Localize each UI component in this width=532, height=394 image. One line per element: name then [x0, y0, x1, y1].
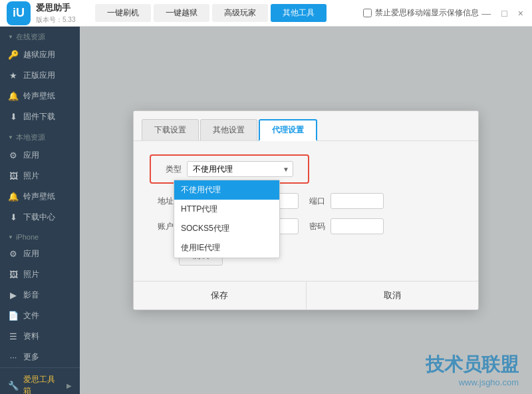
app-version: 版本号：5.33 — [36, 15, 75, 25]
toolbox-item[interactable]: 🔧 爱思工具箱 ▶ — [0, 368, 80, 394]
sidebar-item-ringtones-online[interactable]: 🔔 铃声壁纸 — [0, 86, 80, 106]
dropdown-option-no-proxy[interactable]: 不使用代理 — [174, 180, 279, 200]
port-label: 端口 — [309, 196, 325, 207]
sidebar-item-label: 铃声壁纸 — [23, 191, 55, 202]
dropdown-option-http[interactable]: HTTP代理 — [174, 200, 279, 219]
local-ringtones-icon: 🔔 — [8, 192, 19, 202]
sidebar-item-label: 应用 — [23, 248, 39, 260]
sidebar-bottom: 🔧 爱思工具箱 ▶ — [0, 367, 80, 394]
address-label: 地址 — [150, 196, 174, 207]
nav-btn-jailbreak[interactable]: 一键越狱 — [154, 4, 209, 22]
sidebar-section-online: 在线资源 — [0, 27, 80, 45]
sidebar-item-iphone-data[interactable]: ☰ 资料 — [0, 326, 80, 347]
modal-body: 类型 不使用代理 HTTP代理 SOCKS5代理 使用IE代理 ▼ — [134, 141, 478, 281]
no-repair-info-label: 禁止爱思移动端显示保修信息 — [375, 7, 479, 19]
type-form-row: 类型 不使用代理 HTTP代理 SOCKS5代理 使用IE代理 ▼ — [158, 161, 301, 177]
proxy-type-select[interactable]: 不使用代理 HTTP代理 SOCKS5代理 使用IE代理 — [187, 161, 293, 177]
sidebar-item-label: 正版应用 — [23, 70, 55, 81]
settings-modal: 下载设置 其他设置 代理设置 类型 不使用代理 HTTP代理 — [133, 110, 479, 310]
sidebar-item-label: 照片 — [23, 269, 39, 280]
ringtones-online-icon: 🔔 — [8, 91, 19, 102]
window-controls: — □ × — [478, 7, 527, 20]
sidebar-item-label: 文件 — [23, 310, 39, 321]
sidebar-item-iphone-media[interactable]: ▶ 影音 — [0, 285, 80, 305]
dropdown-option-ie[interactable]: 使用IE代理 — [174, 238, 279, 258]
tab-proxy-settings[interactable]: 代理设置 — [259, 119, 317, 141]
sidebar-item-label: 应用 — [23, 150, 39, 161]
app-logo: iU — [7, 1, 31, 25]
sidebar-item-download-center[interactable]: ⬇ 下载中心 — [0, 207, 80, 228]
close-btn[interactable]: × — [515, 7, 527, 20]
sidebar-item-iphone-apps[interactable]: ⚙ 应用 — [0, 244, 80, 264]
local-photos-icon: 🖼 — [8, 171, 19, 182]
nav-btn-tools[interactable]: 其他工具 — [271, 4, 327, 22]
iphone-apps-icon: ⚙ — [8, 249, 19, 260]
sidebar-item-iphone-photos[interactable]: 🖼 照片 — [0, 264, 80, 285]
iphone-more-icon: ··· — [8, 352, 19, 363]
iphone-data-icon: ☰ — [8, 331, 19, 342]
toolbox-icon: 🔧 — [8, 380, 19, 391]
sidebar-item-iphone-more[interactable]: ··· 更多 — [0, 347, 80, 367]
toolbox-arrow-icon: ▶ — [66, 382, 72, 389]
sidebar-item-local-photos[interactable]: 🖼 照片 — [0, 166, 80, 186]
cancel-button[interactable]: 取消 — [307, 282, 479, 309]
iphone-files-icon: 📄 — [8, 311, 19, 321]
sidebar-item-label: 资料 — [23, 331, 39, 342]
sidebar-item-label: 照片 — [23, 170, 39, 182]
title-nav: 一键刷机 一键越狱 高级玩家 其他工具 — [95, 4, 327, 22]
main-layout: 在线资源 🔑 越狱应用 ★ 正版应用 🔔 铃声壁纸 ⬇ 固件下载 本地资源 ⚙ … — [0, 27, 532, 394]
sidebar-item-label: 铃声壁纸 — [23, 91, 55, 102]
sidebar-item-iphone-files[interactable]: 📄 文件 — [0, 305, 80, 326]
type-select-wrapper: 不使用代理 HTTP代理 SOCKS5代理 使用IE代理 ▼ — [187, 161, 293, 177]
sidebar-item-label: 越狱应用 — [23, 49, 55, 61]
proxy-type-dropdown: 不使用代理 HTTP代理 SOCKS5代理 使用IE代理 — [174, 180, 280, 258]
tab-download-settings[interactable]: 下载设置 — [142, 119, 199, 140]
sidebar: 在线资源 🔑 越狱应用 ★ 正版应用 🔔 铃声壁纸 ⬇ 固件下载 本地资源 ⚙ … — [0, 27, 80, 394]
app-name: 爱思助手 — [36, 2, 75, 14]
title-checkbox-area: 禁止爱思移动端显示保修信息 — [363, 7, 479, 19]
sidebar-item-label: 固件下载 — [23, 111, 55, 122]
sidebar-item-jailbreak-apps[interactable]: 🔑 越狱应用 — [0, 45, 80, 65]
minimize-btn[interactable]: — — [478, 7, 494, 20]
modal-footer: 保存 取消 — [134, 281, 478, 309]
maximize-btn[interactable]: □ — [498, 7, 510, 20]
sidebar-item-local-ringtones[interactable]: 🔔 铃声壁纸 — [0, 186, 80, 207]
local-apps-icon: ⚙ — [8, 150, 19, 161]
firmware-icon: ⬇ — [8, 112, 19, 122]
sidebar-item-firmware[interactable]: ⬇ 固件下载 — [0, 106, 80, 127]
no-repair-info-checkbox[interactable] — [363, 9, 372, 17]
sidebar-section-local: 本地资源 — [0, 127, 80, 145]
sidebar-item-label: 更多 — [23, 351, 39, 363]
port-input[interactable] — [331, 193, 384, 209]
modal-overlay: 下载设置 其他设置 代理设置 类型 不使用代理 HTTP代理 — [80, 27, 532, 394]
account-label: 账户 — [150, 221, 174, 232]
sidebar-item-official-apps[interactable]: ★ 正版应用 — [0, 65, 80, 86]
sidebar-item-label: 影音 — [23, 290, 39, 301]
sidebar-item-label: 下载中心 — [23, 212, 55, 223]
content-area: 下载设置 其他设置 代理设置 类型 不使用代理 HTTP代理 — [80, 27, 532, 394]
nav-btn-flash[interactable]: 一键刷机 — [95, 4, 151, 22]
sidebar-section-iphone: iPhone — [0, 228, 80, 244]
iphone-photos-icon: 🖼 — [8, 270, 19, 280]
save-button[interactable]: 保存 — [134, 282, 307, 309]
nav-btn-advanced[interactable]: 高级玩家 — [212, 4, 268, 22]
type-label: 类型 — [158, 164, 182, 175]
dropdown-option-socks5[interactable]: SOCKS5代理 — [174, 219, 279, 238]
download-center-icon: ⬇ — [8, 212, 19, 223]
iphone-media-icon: ▶ — [8, 290, 19, 301]
jailbreak-apps-icon: 🔑 — [8, 50, 19, 61]
toolbox-label: 爱思工具箱 — [23, 374, 62, 394]
sidebar-item-local-apps[interactable]: ⚙ 应用 — [0, 145, 80, 166]
modal-tabs: 下载设置 其他设置 代理设置 — [134, 111, 478, 141]
title-bar: iU 爱思助手 版本号：5.33 一键刷机 一键越狱 高级玩家 其他工具 禁止爱… — [0, 0, 532, 27]
password-label: 密码 — [309, 221, 325, 232]
tab-other-settings[interactable]: 其他设置 — [200, 119, 257, 140]
official-apps-icon: ★ — [8, 71, 19, 81]
password-input[interactable] — [331, 218, 384, 234]
